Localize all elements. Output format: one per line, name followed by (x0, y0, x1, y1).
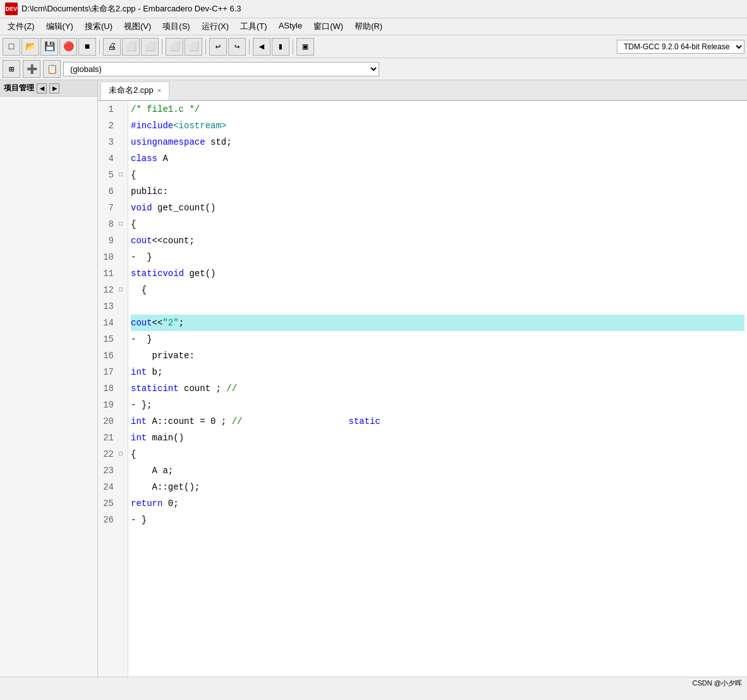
code-line-2[interactable]: #include <iostream> (131, 118, 744, 134)
code-line-7[interactable]: void get_count() (131, 200, 744, 216)
line-num-label: 25 (103, 495, 114, 512)
code-line-11[interactable]: static void get() (131, 265, 744, 282)
tb-print-btn[interactable]: 🖨 (103, 38, 121, 56)
code-line-22[interactable]: { (131, 446, 744, 462)
line-number-5: 5□ (103, 167, 123, 183)
line-number-6: 6 (103, 183, 123, 200)
code-line-3[interactable]: using namespace std; (131, 134, 744, 150)
line-num-label: 9 (109, 232, 114, 249)
menu-item-w[interactable]: 窗口(W) (308, 20, 348, 33)
toolbar2: ⊞ ➕ 📋 (globals) (0, 58, 747, 80)
tb-redo-btn[interactable]: ↪ (228, 38, 246, 56)
tb-fwd-btn[interactable]: ▮ (272, 38, 289, 56)
menu-bar: 文件(Z)编辑(Y)搜索(U)视图(V)项目(S)运行(X)工具(T)AStyl… (0, 18, 747, 35)
line-num-label: 15 (103, 331, 114, 347)
tb-btn4[interactable]: 🔴 (59, 38, 77, 56)
line-numbers: 12345□678□9101112□13141516171819202122□2… (98, 101, 128, 677)
code-line-24[interactable]: A::get(); (131, 479, 744, 495)
line-num-label: 26 (103, 512, 114, 528)
line-number-26: 26 (103, 512, 123, 528)
menu-item-astyle[interactable]: AStyle (274, 20, 308, 33)
globals-select[interactable]: (globals) (63, 62, 379, 76)
tab-file[interactable]: 未命名2.cpp × (100, 81, 169, 100)
fold-icon-12[interactable]: □ (115, 282, 123, 298)
code-line-10[interactable]: - } (131, 249, 744, 265)
code-line-17[interactable]: int b; (131, 364, 744, 380)
menu-item-y[interactable]: 编辑(Y) (41, 20, 78, 33)
tb-btn8[interactable]: ⬜ (141, 38, 159, 56)
code-line-13[interactable] (131, 298, 744, 315)
code-line-26[interactable]: - } (131, 512, 744, 528)
menu-item-r[interactable]: 帮助(R) (349, 20, 387, 33)
menu-item-z[interactable]: 文件(Z) (3, 20, 40, 33)
code-line-6[interactable]: public: (131, 183, 744, 200)
content-area: 未命名2.cpp × 12345□678□9101112□13141516171… (98, 80, 747, 677)
code-line-25[interactable]: return 0; (131, 495, 744, 512)
sidebar-back-btn[interactable]: ◀ (37, 83, 47, 94)
line-number-8: 8□ (103, 216, 123, 232)
line-number-10: 10 (103, 249, 123, 265)
tb-debug-btn[interactable]: ▣ (296, 38, 314, 56)
code-line-14[interactable]: cout<<"2"; (131, 315, 744, 331)
code-line-23[interactable]: A a; (131, 462, 744, 479)
fold-icon-22[interactable]: □ (115, 446, 123, 462)
code-line-4[interactable]: class A (131, 150, 744, 167)
tb-btn7[interactable]: ⬜ (122, 38, 140, 56)
code-line-12[interactable]: { (131, 282, 744, 298)
tb-back-btn[interactable]: ◀ (253, 38, 270, 56)
menu-item-v[interactable]: 视图(V) (119, 20, 156, 33)
status-text: CSDN @小夕晖 (693, 679, 742, 688)
editor: 12345□678□9101112□13141516171819202122□2… (98, 101, 747, 677)
tb2-btn2[interactable]: ➕ (23, 60, 40, 78)
tb-sep2 (162, 39, 162, 54)
tb-btn9[interactable]: ⬜ (166, 38, 183, 56)
code-line-15[interactable]: - } (131, 331, 744, 347)
editor-wrapper[interactable]: 12345□678□9101112□13141516171819202122□2… (98, 101, 747, 677)
line-number-22: 22□ (103, 446, 123, 462)
fold-icon-8[interactable]: □ (115, 216, 123, 232)
tb-open-btn[interactable]: 📂 (21, 38, 39, 56)
code-line-5[interactable]: { (131, 167, 744, 183)
line-number-2: 2 (103, 118, 123, 134)
code-line-20[interactable]: int A::count = 0 ; // static (131, 413, 744, 430)
code-line-9[interactable]: cout<<count; (131, 232, 744, 249)
tb-btn5[interactable]: ■ (78, 38, 96, 56)
code-line-16[interactable]: private: (131, 347, 744, 364)
tb-btn10[interactable]: ⬜ (185, 38, 202, 56)
tb-new-btn[interactable]: □ (3, 38, 20, 56)
line-number-18: 18 (103, 380, 123, 397)
tb-undo-btn[interactable]: ↩ (209, 38, 227, 56)
code-line-8[interactable]: { (131, 216, 744, 232)
code-line-18[interactable]: static int count ; // (131, 380, 744, 397)
line-number-19: 19 (103, 397, 123, 413)
menu-item-s[interactable]: 项目(S) (157, 20, 195, 33)
code-line-19[interactable]: - }; (131, 397, 744, 413)
tab-close-btn[interactable]: × (157, 87, 161, 94)
line-number-15: 15 (103, 331, 123, 347)
sidebar-header: 项目管理 ◀ ▶ (0, 80, 97, 97)
fold-icon-5[interactable]: □ (115, 167, 123, 183)
sidebar-fwd-btn[interactable]: ▶ (49, 83, 59, 94)
code-area[interactable]: /* file1.c */#include <iostream>using na… (128, 101, 747, 677)
line-num-label: 21 (103, 430, 114, 446)
line-num-label: 12 (103, 282, 114, 298)
code-line-1[interactable]: /* file1.c */ (131, 101, 744, 118)
tb2-btn3[interactable]: 📋 (43, 60, 61, 78)
line-num-label: 10 (103, 249, 114, 265)
line-num-label: 5 (109, 167, 114, 183)
line-num-label: 7 (109, 200, 114, 216)
menu-item-u[interactable]: 搜索(U) (80, 20, 118, 33)
menu-item-x[interactable]: 运行(X) (197, 20, 234, 33)
menu-item-t[interactable]: 工具(T) (235, 20, 272, 33)
line-number-25: 25 (103, 495, 123, 512)
compiler-select[interactable]: TDM-GCC 9.2.0 64-bit Release (617, 40, 744, 54)
tb-sep1 (99, 39, 100, 54)
title-bar: DEV D:\lcm\Documents\未命名2.cpp - Embarcad… (0, 0, 747, 18)
line-number-13: 13 (103, 298, 123, 315)
tab-label: 未命名2.cpp (109, 85, 154, 96)
main-layout: 项目管理 ◀ ▶ 未命名2.cpp × 12345□678□9101112□13… (0, 80, 747, 677)
tb-sep4 (249, 39, 250, 54)
tb2-btn1[interactable]: ⊞ (3, 60, 20, 78)
tb-save-btn[interactable]: 💾 (40, 38, 58, 56)
code-line-21[interactable]: int main() (131, 430, 744, 446)
